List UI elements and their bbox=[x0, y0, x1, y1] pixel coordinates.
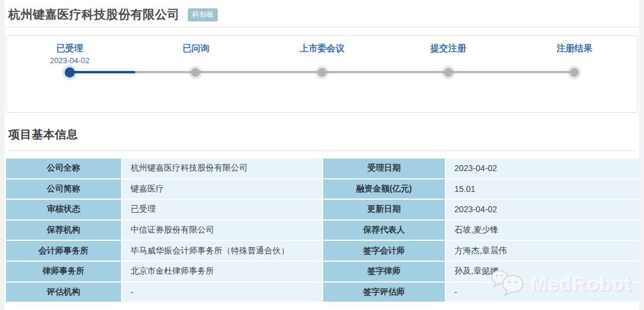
field-label-company-full-name: 公司全称 bbox=[6, 159, 121, 178]
field-label-sponsor-representative: 保荐代表人 bbox=[323, 221, 445, 240]
timeline-dot bbox=[570, 68, 579, 77]
project-info-table: 公司全称 杭州键嘉医疗科技股份有限公司 受理日期 2023-04-02 公司简称… bbox=[6, 159, 638, 302]
timeline-step-submit-registration: 提交注册 bbox=[385, 36, 512, 112]
field-value-signing-lawyer: 孙及,章懿娜 bbox=[446, 262, 640, 281]
section-header: 项目基本信息 bbox=[8, 127, 636, 151]
step-date bbox=[133, 56, 259, 66]
field-value-sponsor-institution: 中信证券股份有限公司 bbox=[122, 221, 322, 240]
field-value-sponsor-representative: 石坡,麦少锋 bbox=[446, 221, 640, 240]
board-badge: 科创板 bbox=[188, 8, 218, 21]
ipo-status-page: 杭州键嘉医疗科技股份有限公司 科创板 已受理 2023-04-02 已问询 bbox=[0, 0, 644, 310]
field-value-financing-amount: 15.01 bbox=[446, 179, 640, 199]
timeline-step-inquired: 已问询 bbox=[133, 36, 259, 112]
step-label: 注册结果 bbox=[511, 43, 637, 54]
field-value-acceptance-date: 2023-04-02 bbox=[446, 159, 640, 178]
timeline-dot bbox=[444, 68, 453, 77]
field-value-signing-accountant: 方海杰,章晨伟 bbox=[446, 241, 640, 261]
section-title: 项目基本信息 bbox=[8, 128, 78, 141]
field-value-company-full-name: 杭州键嘉医疗科技股份有限公司 bbox=[122, 159, 322, 178]
field-label-acceptance-date: 受理日期 bbox=[323, 159, 445, 178]
field-label-financing-amount: 融资金额(亿元) bbox=[323, 179, 445, 199]
timeline-step-accepted: 已受理 2023-04-02 bbox=[7, 36, 133, 112]
field-label-signing-lawyer: 签字律师 bbox=[323, 262, 445, 281]
field-label-update-date: 更新日期 bbox=[323, 200, 445, 219]
field-label-accounting-firm: 会计师事务所 bbox=[6, 241, 121, 261]
step-label: 上市委会议 bbox=[259, 43, 385, 54]
step-label: 已问询 bbox=[133, 43, 259, 54]
field-label-signing-appraiser: 签字评估师 bbox=[323, 283, 445, 302]
timeline-dot bbox=[191, 68, 200, 77]
step-date bbox=[385, 56, 512, 66]
timeline-steps: 已受理 2023-04-02 已问询 上市委会议 提交注册 bbox=[7, 36, 637, 112]
timeline-dot-active bbox=[64, 67, 75, 78]
step-date bbox=[259, 56, 385, 66]
field-label-company-short-name: 公司简称 bbox=[6, 179, 121, 199]
step-label: 已受理 bbox=[7, 43, 133, 54]
field-label-law-firm: 律师事务所 bbox=[6, 262, 121, 281]
step-label: 提交注册 bbox=[385, 43, 512, 54]
timeline-dot bbox=[317, 68, 326, 77]
page-title: 杭州键嘉医疗科技股份有限公司 bbox=[8, 8, 179, 21]
field-label-appraisal-institution: 评估机构 bbox=[6, 283, 121, 302]
step-date: 2023-04-02 bbox=[7, 56, 133, 66]
timeline-step-committee-meeting: 上市委会议 bbox=[259, 36, 385, 112]
field-value-review-status: 已受理 bbox=[122, 200, 322, 219]
timeline-step-registration-result: 注册结果 bbox=[511, 36, 637, 112]
field-value-update-date: 2023-04-02 bbox=[446, 200, 640, 219]
field-label-signing-accountant: 签字会计师 bbox=[323, 241, 445, 261]
field-value-appraisal-institution: - bbox=[122, 283, 322, 302]
content-area: 杭州键嘉医疗科技股份有限公司 科创板 已受理 2023-04-02 已问询 bbox=[5, 0, 639, 310]
field-value-signing-appraiser: - bbox=[446, 283, 640, 302]
step-date bbox=[511, 56, 637, 66]
field-label-review-status: 审核状态 bbox=[6, 200, 121, 219]
page-header: 杭州键嘉医疗科技股份有限公司 科创板 bbox=[5, 0, 639, 27]
field-value-accounting-firm: 毕马威华振会计师事务所（特殊普通合伙） bbox=[122, 241, 322, 261]
field-value-law-firm: 北京市金杜律师事务所 bbox=[122, 262, 322, 281]
review-timeline-card: 已受理 2023-04-02 已问询 上市委会议 提交注册 bbox=[6, 35, 638, 113]
field-value-company-short-name: 键嘉医疗 bbox=[122, 179, 322, 199]
field-label-sponsor-institution: 保荐机构 bbox=[6, 221, 121, 240]
